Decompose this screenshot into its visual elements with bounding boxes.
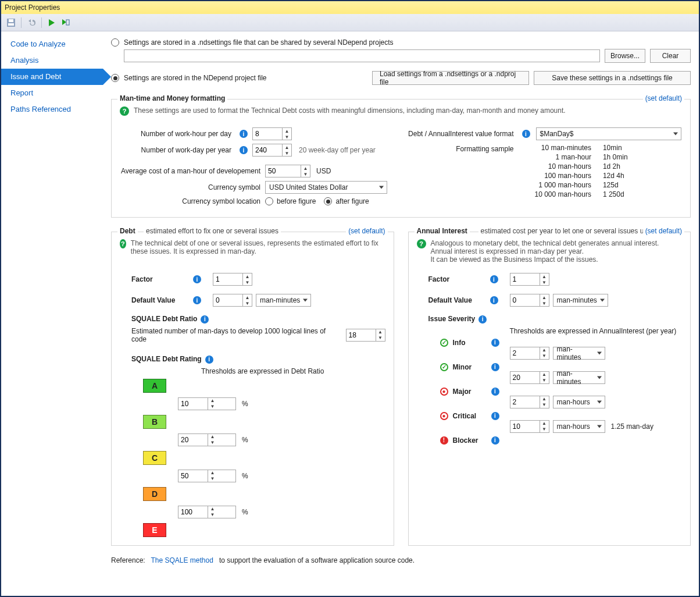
undo-icon[interactable] — [25, 16, 38, 29]
group-debt: Debt estimated effort to fix one or seve… — [111, 232, 394, 546]
info-icon[interactable]: i — [491, 363, 499, 371]
label: % — [242, 436, 259, 444]
group-debt-sub: estimated effort to fix one or several i… — [144, 227, 281, 235]
debt-default-input[interactable]: ▲▼ — [213, 294, 252, 307]
separator — [21, 17, 22, 28]
sidebar-item-issue-and-debt[interactable]: Issue and Debt — [1, 69, 103, 85]
label: Factor — [131, 275, 190, 283]
info-icon[interactable]: i — [205, 356, 213, 364]
info-icon[interactable]: i — [193, 275, 201, 283]
info-icon[interactable]: i — [491, 436, 499, 445]
radio-store-file-label: Settings are stored in a .ndsettings fil… — [124, 38, 394, 47]
set-default-link[interactable]: (set default) — [643, 227, 684, 235]
rating-e: E — [143, 523, 166, 537]
label: Currency symbol — [120, 183, 265, 191]
label: Currency symbol location — [120, 197, 265, 205]
radio-store-project-label: Settings are stored in the NDepend proje… — [124, 74, 266, 82]
sev-minor-value[interactable]: ▲▼ — [510, 371, 549, 384]
label: Thresholds are expressed in AnnualIntere… — [510, 327, 683, 335]
rating-c: C — [143, 451, 166, 465]
sidebar-item-code-to-analyze[interactable]: Code to Analyze — [1, 36, 103, 52]
label: Major — [453, 388, 488, 396]
label: Number of work-day per year — [120, 146, 236, 154]
threshold-bc-input[interactable]: ▲▼ — [178, 433, 236, 446]
label: Average cost of a man-hour of developeme… — [120, 167, 265, 175]
run-settings-icon[interactable] — [59, 16, 72, 29]
label: Issue Severity — [428, 315, 476, 323]
sqale-link[interactable]: The SQALE method — [151, 556, 213, 564]
sev-major-unit[interactable]: man-hours — [553, 396, 605, 408]
severity-blocker-icon: ! — [440, 436, 448, 445]
browse-button[interactable]: Browse... — [605, 49, 645, 63]
info-icon[interactable]: i — [490, 296, 498, 304]
format-select[interactable]: $ManDay$ — [536, 127, 681, 140]
sidebar-item-paths-referenced[interactable]: Paths Referenced — [1, 101, 103, 118]
sidebar-item-report[interactable]: Report — [1, 85, 103, 101]
run-icon[interactable] — [45, 16, 58, 29]
group-ai-title: Annual Interest — [415, 227, 470, 235]
radio-before-figure[interactable] — [265, 197, 273, 205]
ai-default-unit[interactable]: man-minutes — [553, 294, 608, 307]
info-icon[interactable]: i — [491, 388, 499, 396]
help-icon: ? — [120, 239, 126, 248]
info-icon[interactable]: i — [193, 296, 201, 304]
info-icon[interactable]: i — [240, 146, 248, 154]
currency-select[interactable]: USD United States Dollar — [265, 181, 387, 194]
info-icon[interactable]: i — [491, 339, 499, 347]
label: Debt / AnnualInterest value format — [408, 130, 519, 138]
debt-default-unit[interactable]: man-minutes — [256, 294, 311, 307]
label: % — [242, 400, 259, 408]
help-text: These settings are used to format the Te… — [134, 106, 566, 115]
info-icon[interactable]: i — [478, 315, 487, 324]
info-icon[interactable]: i — [522, 130, 530, 138]
work-hour-day-input[interactable]: ▲▼ — [252, 127, 292, 140]
sev-minor-unit[interactable]: man-minutes — [553, 371, 605, 384]
group-annual-interest: Annual Interest estimated cost per year … — [408, 232, 691, 546]
set-default-link[interactable]: (set default) — [346, 227, 387, 235]
load-settings-button[interactable]: Load settings from a .ndsettings or a .n… — [372, 71, 529, 85]
sidebar-item-analysis[interactable]: Analysis — [1, 52, 103, 69]
group-man-time-title: Man-time and Money formatting — [117, 94, 227, 102]
info-icon[interactable]: i — [490, 275, 498, 283]
work-day-year-input[interactable]: ▲▼ — [252, 144, 292, 157]
ai-default-input[interactable]: ▲▼ — [510, 294, 549, 307]
radio-store-file[interactable] — [111, 38, 119, 47]
settings-path-input[interactable] — [124, 49, 600, 62]
help-icon: ? — [417, 239, 426, 248]
debt-factor-input[interactable]: ▲▼ — [213, 273, 252, 286]
threshold-cd-input[interactable]: ▲▼ — [178, 470, 236, 482]
label: Info — [453, 339, 488, 347]
threshold-de-input[interactable]: ▲▼ — [178, 506, 236, 518]
radio-after-figure[interactable] — [324, 197, 332, 205]
window-title: Project Properties — [1, 1, 699, 14]
label: Estimated number of man-days to develop … — [131, 327, 341, 343]
rating-a: A — [143, 379, 166, 393]
label: before figure — [277, 197, 316, 205]
squale-loc-input[interactable]: ▲▼ — [346, 329, 385, 342]
set-default-link[interactable]: (set default) — [643, 94, 684, 102]
cost-input[interactable]: ▲▼ — [265, 165, 310, 177]
sev-critical-unit[interactable]: man-hours — [553, 420, 605, 433]
save-icon[interactable] — [5, 16, 17, 29]
sev-critical-value[interactable]: ▲▼ — [510, 420, 549, 433]
radio-store-project[interactable] — [111, 74, 119, 82]
rating-b: B — [143, 415, 166, 429]
clear-button[interactable]: Clear — [650, 49, 691, 63]
svg-rect-2 — [9, 19, 13, 22]
label: SQUALE Debt Rating — [131, 355, 202, 363]
svg-marker-4 — [62, 19, 66, 25]
save-settings-button[interactable]: Save these settings in a .ndsettings fil… — [534, 71, 691, 85]
sev-major-value[interactable]: ▲▼ — [510, 396, 549, 408]
ai-factor-input[interactable]: ▲▼ — [510, 273, 549, 286]
threshold-ab-input[interactable]: ▲▼ — [178, 397, 236, 410]
sev-info-value[interactable]: ▲▼ — [510, 347, 549, 360]
toolbar — [1, 14, 699, 31]
info-icon[interactable]: i — [491, 412, 499, 420]
sev-info-unit[interactable]: man-minutes — [553, 347, 605, 360]
svg-rect-5 — [66, 20, 69, 25]
content: Settings are stored in a .ndsettings fil… — [103, 31, 699, 596]
info-icon[interactable]: i — [201, 315, 209, 324]
severity-minor-icon: ✓ — [440, 363, 448, 371]
label: SQUALE Debt Ratio — [131, 315, 197, 323]
info-icon[interactable]: i — [240, 130, 248, 138]
